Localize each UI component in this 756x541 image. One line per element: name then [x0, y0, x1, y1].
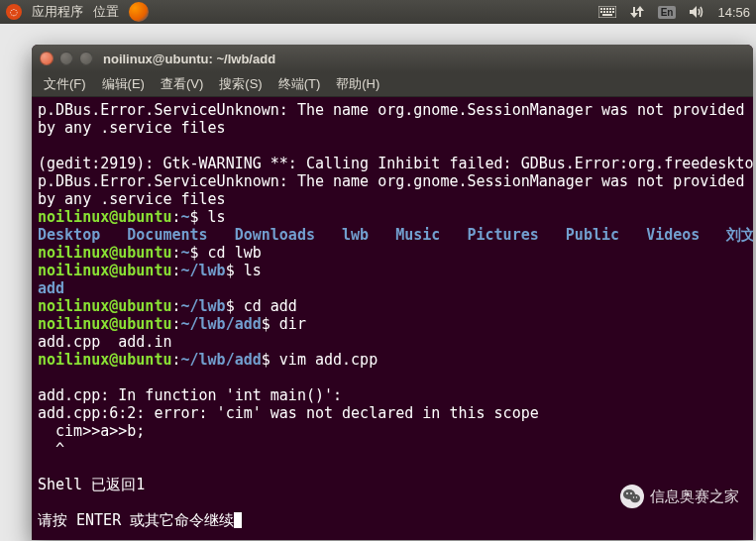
dir: Documents	[127, 226, 207, 244]
compiler-output: add.cpp:6:2: error: 'cim' was not declar…	[38, 404, 539, 422]
terminal-window: noilinux@ubuntu: ~/lwb/add 文件(F) 编辑(E) 查…	[32, 45, 753, 540]
prompt-user: noilinux@ubuntu	[38, 297, 171, 315]
prompt-user: noilinux@ubuntu	[38, 208, 171, 226]
close-icon[interactable]	[40, 52, 54, 65]
keyboard-icon[interactable]	[598, 5, 616, 19]
ubuntu-logo-icon[interactable]: ◌	[6, 4, 22, 20]
svg-point-17	[636, 496, 637, 497]
watermark-text: 信息奥赛之家	[650, 487, 739, 505]
svg-rect-8	[606, 11, 608, 13]
dir: 刘文博	[726, 226, 753, 244]
svg-rect-3	[606, 8, 608, 10]
shell-return: Shell 已返回1	[38, 476, 145, 493]
applications-menu[interactable]: 应用程序	[32, 3, 83, 21]
svg-point-13	[630, 494, 640, 502]
svg-rect-11	[602, 14, 612, 16]
menubar: 文件(F) 编辑(E) 查看(V) 搜索(S) 终端(T) 帮助(H)	[32, 72, 753, 97]
command: vim add.cpp	[279, 351, 378, 369]
svg-rect-2	[603, 8, 605, 10]
output-line: p.DBus.Error.ServiceUnknown: The name or…	[38, 172, 744, 190]
terminal-body[interactable]: p.DBus.Error.ServiceUnknown: The name or…	[32, 97, 753, 540]
press-enter-prompt: 请按 ENTER 或其它命令继续	[38, 511, 234, 529]
svg-rect-1	[600, 8, 602, 10]
compiler-output: add.cpp: In function 'int main()':	[38, 386, 342, 404]
svg-rect-9	[609, 11, 611, 13]
svg-rect-7	[603, 11, 605, 13]
menu-help[interactable]: 帮助(H)	[330, 73, 385, 95]
network-icon[interactable]	[628, 5, 646, 19]
prompt-path: ~/lwb/add	[181, 315, 262, 333]
prompt-path: ~/lwb	[181, 297, 226, 315]
dir: Desktop	[38, 226, 100, 244]
dir: Music	[395, 226, 440, 244]
firefox-icon[interactable]	[129, 2, 149, 22]
window-title: noilinux@ubuntu: ~/lwb/add	[103, 52, 275, 66]
dir: Videos	[646, 226, 700, 244]
svg-rect-5	[612, 8, 614, 10]
prompt-path: ~	[181, 208, 190, 226]
menu-edit[interactable]: 编辑(E)	[96, 73, 151, 95]
output-line: p.DBus.Error.ServiceUnknown: The name or…	[38, 101, 744, 119]
svg-point-16	[633, 496, 634, 497]
prompt-path: ~/lwb/add	[181, 351, 262, 369]
menu-terminal[interactable]: 终端(T)	[272, 73, 327, 95]
command: dir	[279, 315, 306, 333]
dir: Public	[566, 226, 619, 244]
output-line: (gedit:2919): Gtk-WARNING **: Calling In…	[38, 155, 753, 172]
compiler-output: ^	[38, 440, 64, 458]
watermark: 信息奥赛之家	[620, 485, 739, 508]
command: cd lwb	[208, 244, 262, 262]
prompt-user: noilinux@ubuntu	[38, 351, 171, 369]
output-line: by any .service files	[38, 190, 226, 208]
prompt-user: noilinux@ubuntu	[38, 262, 171, 279]
cursor-icon	[234, 512, 242, 528]
svg-rect-10	[612, 11, 614, 13]
places-menu[interactable]: 位置	[93, 3, 119, 21]
command: ls	[208, 208, 226, 226]
dir: add	[38, 279, 64, 297]
dir: Downloads	[235, 226, 315, 244]
volume-icon[interactable]	[688, 5, 705, 19]
clock[interactable]: 14:56	[717, 5, 750, 20]
menu-file[interactable]: 文件(F)	[38, 73, 92, 95]
prompt-path: ~/lwb	[181, 262, 226, 279]
svg-point-15	[630, 492, 632, 494]
titlebar[interactable]: noilinux@ubuntu: ~/lwb/add	[32, 45, 753, 72]
dir: lwb	[342, 226, 369, 244]
output-line: by any .service files	[38, 119, 226, 137]
wechat-icon	[620, 485, 644, 508]
maximize-icon[interactable]	[79, 52, 93, 65]
command: ls	[244, 262, 262, 279]
svg-rect-4	[609, 8, 611, 10]
prompt-path: ~	[181, 244, 190, 262]
menu-search[interactable]: 搜索(S)	[213, 73, 268, 95]
minimize-icon[interactable]	[59, 52, 73, 65]
svg-rect-6	[600, 11, 602, 13]
compiler-output: cim>>a>>b;	[38, 422, 145, 440]
svg-point-14	[626, 492, 628, 494]
prompt-user: noilinux@ubuntu	[38, 244, 171, 262]
top-panel: ◌ 应用程序 位置 En 14:56	[0, 0, 756, 24]
ime-indicator[interactable]: En	[658, 6, 677, 19]
command: cd add	[244, 297, 297, 315]
output-line: add.cpp add.in	[38, 333, 171, 351]
dir: Pictures	[468, 226, 539, 244]
menu-view[interactable]: 查看(V)	[155, 73, 209, 95]
prompt-user: noilinux@ubuntu	[38, 315, 171, 333]
